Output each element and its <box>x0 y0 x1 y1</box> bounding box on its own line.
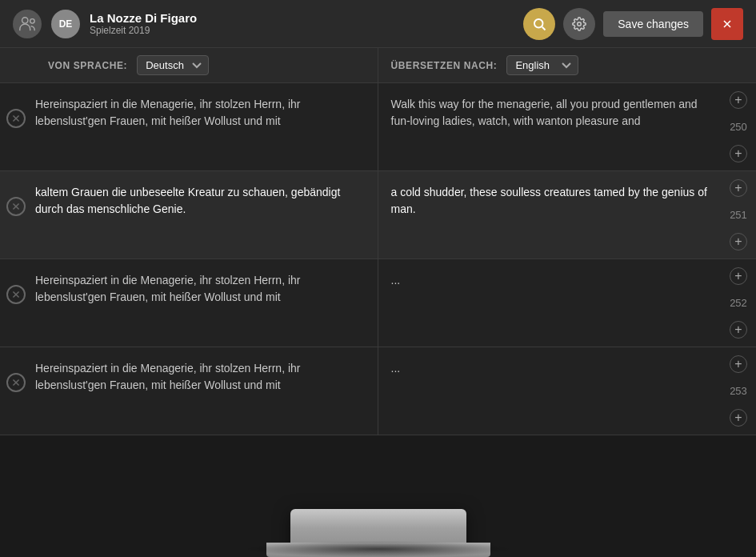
svg-point-0 <box>22 17 28 22</box>
source-text-253: Hereinspaziert in die Menagerie, ihr sto… <box>32 347 378 435</box>
app-subtitle: Spielzeit 2019 <box>90 25 197 36</box>
target-lang-label: ÜBERSETZEN NACH: <box>391 60 498 71</box>
user-avatar-icon <box>13 10 42 38</box>
delete-circle-icon[interactable] <box>6 109 26 128</box>
source-column-header: VON SPRACHE: Deutsch English Français It… <box>0 48 378 82</box>
source-lang-select[interactable]: Deutsch English Français Italiano <box>137 55 209 75</box>
add-above-button-252[interactable]: + <box>730 267 747 285</box>
translation-rows-container: Hereinspaziert in die Menagerie, ihr sto… <box>0 83 756 453</box>
delete-circle-icon[interactable] <box>6 373 26 392</box>
row-number-252: 252 <box>730 297 747 309</box>
source-lang-label: VON SPRACHE: <box>48 60 127 71</box>
svg-point-2 <box>534 19 543 28</box>
delete-circle-icon[interactable] <box>6 197 26 216</box>
add-below-button-253[interactable]: + <box>730 409 747 427</box>
row-controls-253: + 253 + <box>721 347 756 435</box>
row-right-253: ... + 253 + <box>378 347 757 435</box>
row-left: Hereinspaziert in die Menagerie, ihr sto… <box>0 83 378 170</box>
header-left: DE La Nozze Di Figaro Spielzeit 2019 <box>13 10 523 38</box>
app-header: DE La Nozze Di Figaro Spielzeit 2019 Sav… <box>0 0 756 48</box>
delete-circle-icon[interactable] <box>6 285 26 304</box>
row-right-251: a cold shudder, these soulless creatures… <box>378 171 757 258</box>
target-column-header: ÜBERSETZEN NACH: English Deutsch Françai… <box>378 48 757 82</box>
translation-row: kaltem Grauen die unbeseelte Kreatur zu … <box>0 171 756 259</box>
delete-button-252[interactable] <box>0 272 32 304</box>
row-number-253: 253 <box>730 385 747 397</box>
column-headers: VON SPRACHE: Deutsch English Français It… <box>0 48 756 83</box>
delete-button-250[interactable] <box>0 96 32 128</box>
svg-line-3 <box>542 26 546 30</box>
app-title: La Nozze Di Figaro <box>90 11 197 25</box>
translation-row: Hereinspaziert in die Menagerie, ihr sto… <box>0 83 756 171</box>
row-left-253: Hereinspaziert in die Menagerie, ihr sto… <box>0 347 378 435</box>
title-block: La Nozze Di Figaro Spielzeit 2019 <box>90 11 197 36</box>
source-text-252: Hereinspaziert in die Menagerie, ihr sto… <box>32 259 378 347</box>
translation-row: Hereinspaziert in die Menagerie, ihr sto… <box>0 259 756 347</box>
close-button[interactable] <box>711 8 743 40</box>
delete-button-253[interactable] <box>0 360 32 392</box>
add-below-button-250[interactable]: + <box>730 145 747 162</box>
row-controls-252: + 252 + <box>721 259 756 347</box>
header-right: Save changes <box>523 8 743 40</box>
translation-text-250: Walk this way for the menagerie, all you… <box>378 83 722 170</box>
row-right-250: Walk this way for the menagerie, all you… <box>378 83 757 170</box>
row-number-251: 251 <box>730 209 747 221</box>
device-stand <box>0 453 756 557</box>
translation-row: Hereinspaziert in die Menagerie, ihr sto… <box>0 347 756 435</box>
add-above-button-250[interactable]: + <box>730 91 747 109</box>
row-left-252: Hereinspaziert in die Menagerie, ihr sto… <box>0 259 378 347</box>
save-changes-button[interactable]: Save changes <box>603 11 703 37</box>
search-button[interactable] <box>523 8 555 40</box>
settings-button[interactable] <box>563 8 595 40</box>
add-above-button-253[interactable]: + <box>730 355 747 373</box>
row-left-251: kaltem Grauen die unbeseelte Kreatur zu … <box>0 171 378 258</box>
row-number-250: 250 <box>730 121 747 133</box>
row-controls-251: + 251 + <box>721 171 756 258</box>
add-above-button-251[interactable]: + <box>730 179 747 197</box>
source-text-251: kaltem Grauen die unbeseelte Kreatur zu … <box>32 171 378 258</box>
svg-point-1 <box>30 18 34 22</box>
add-below-button-252[interactable]: + <box>730 321 747 339</box>
row-controls-250: + 250 + <box>721 83 756 170</box>
translation-text-251: a cold shudder, these soulless creatures… <box>378 171 722 258</box>
target-lang-select[interactable]: English Deutsch Français Italiano <box>506 55 578 75</box>
svg-point-4 <box>578 22 582 26</box>
source-text-250: Hereinspaziert in die Menagerie, ihr sto… <box>32 83 378 170</box>
de-badge: DE <box>51 10 80 38</box>
translation-text-253: ... <box>378 347 722 435</box>
delete-button-251[interactable] <box>0 184 32 216</box>
stand-shadow <box>242 541 514 557</box>
add-below-button-251[interactable]: + <box>730 233 747 250</box>
translation-text-252: ... <box>378 259 722 347</box>
row-right-252: ... + 252 + <box>378 259 757 347</box>
